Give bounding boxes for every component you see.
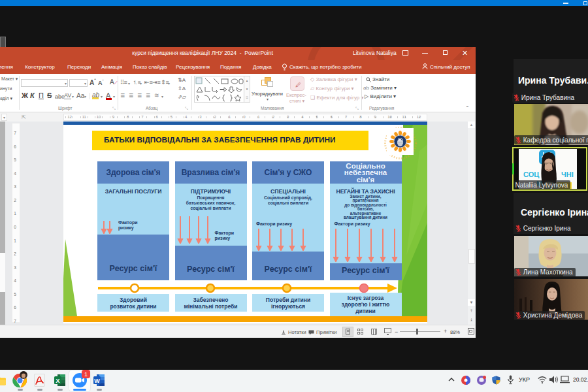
svg-text:X: X	[56, 377, 60, 384]
svg-text:1: 1	[84, 371, 88, 378]
svg-text:W: W	[94, 378, 100, 384]
svg-text:СОЦ: СОЦ	[523, 171, 539, 178]
svg-text:ЧНІ: ЧНІ	[561, 171, 574, 178]
